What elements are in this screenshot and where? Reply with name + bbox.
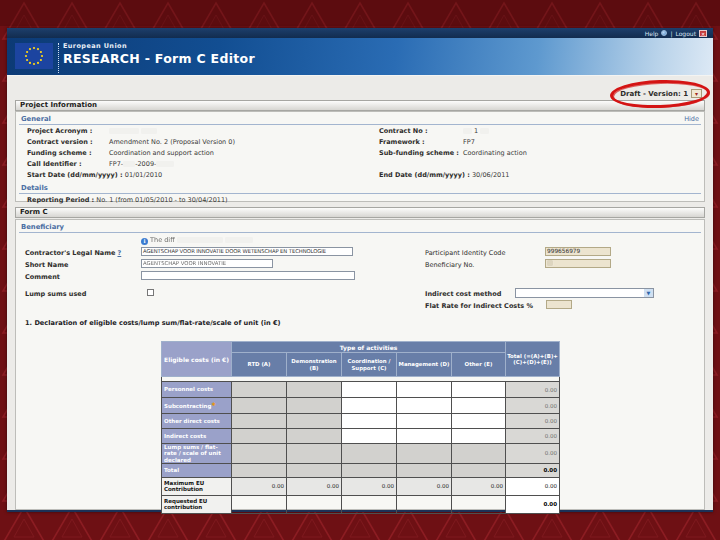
cost-cell-mgmt-input[interactable]	[397, 414, 452, 429]
cost-cell-coord-input[interactable]	[342, 414, 397, 429]
pic-row-label: Participant Identity Code	[425, 249, 505, 257]
short-name-input[interactable]: AGENTSCHAP VOOR INNOVATIE	[141, 259, 273, 268]
cost-cell-disabled	[342, 444, 397, 464]
indirect-method-select[interactable]: ▼	[515, 288, 654, 298]
table-row-other-direct: Other direct costs 0.00	[162, 414, 560, 429]
max-eu-other-value: 0.00	[452, 477, 506, 495]
row-total-value: 0.00	[506, 477, 560, 495]
field-value-fragment: 1	[474, 127, 478, 135]
row-label: Requested EU contribution	[162, 495, 232, 513]
empty-cell	[397, 495, 452, 513]
cost-cell-coord-input[interactable]	[342, 382, 397, 398]
cost-cell-mgmt-input[interactable]	[397, 382, 452, 398]
section-header-project-information: Project Information	[15, 100, 705, 111]
field-contract-version: Contract version :Amendment No. 2 (Propo…	[27, 138, 235, 146]
cost-cell-mgmt-input[interactable]	[397, 398, 452, 414]
field-label: Beneficiary No.	[425, 261, 474, 269]
redacted-value	[141, 128, 157, 134]
flat-rate-row-label: Flat Rate for Indirect Costs %	[425, 302, 533, 310]
table-row-max-eu-contribution: Maximum EU Contribution 0.00 0.00 0.00 0…	[162, 477, 560, 495]
cost-cell-demo-disabled	[287, 414, 342, 429]
cost-cell-coord-input[interactable]	[342, 398, 397, 414]
field-label: Reporting Period :	[27, 196, 94, 204]
table-row-requested-eu-contribution: Requested EU contribution 0.00	[162, 495, 560, 513]
col-header-other: Other (E)	[452, 353, 506, 377]
help-question-icon[interactable]: ?	[117, 249, 121, 257]
cost-cell-other-input[interactable]	[452, 398, 506, 414]
field-label: Funding scheme :	[27, 149, 109, 157]
beneficiary-label: Beneficiary	[21, 223, 64, 231]
legal-name-input[interactable]: AGENTSCHAP VOOR INNOVATIE DOOR WETENSCHA…	[141, 247, 353, 256]
col-header-management: Management (D)	[397, 353, 452, 377]
slide-background: Help | Logout ✕ European Union	[0, 0, 720, 540]
field-contract-no: Contract No : 1	[379, 127, 489, 135]
row-label: Total	[162, 463, 232, 477]
field-value: FP7	[463, 138, 475, 146]
cost-cell-disabled	[287, 463, 342, 477]
table-row-lump-sums: Lump sums / flat-rate / scale of unit de…	[162, 444, 560, 464]
cost-cell-demo-disabled	[287, 398, 342, 414]
field-value: 30/06/2011	[472, 171, 509, 179]
select-arrow-icon[interactable]: ▼	[644, 289, 653, 297]
cost-cell-disabled	[397, 444, 452, 464]
warning-icon: ✱	[211, 401, 215, 407]
field-reporting-period: Reporting Period : No. 1 (from 01/05/201…	[27, 196, 228, 204]
field-label: Contract version :	[27, 138, 109, 146]
logout-link[interactable]: Logout	[675, 30, 696, 37]
cost-cell-rtd-disabled	[232, 382, 287, 398]
cost-cell-other-input[interactable]	[452, 414, 506, 429]
cost-cell-disabled	[232, 444, 287, 464]
max-eu-rtd-value: 0.00	[232, 477, 287, 495]
field-value: 01/01/2010	[125, 171, 162, 179]
help-globe-icon	[661, 30, 667, 36]
field-label: Start Date (dd/mm/yyyy) :	[27, 171, 123, 179]
flat-rate-input[interactable]	[546, 300, 572, 309]
redacted-value	[177, 237, 223, 243]
hide-link[interactable]: Hide	[684, 115, 699, 123]
org-label: European Union	[63, 42, 127, 50]
cost-cell-demo-disabled	[287, 429, 342, 444]
cost-cell-disabled	[452, 444, 506, 464]
comment-input[interactable]	[141, 271, 355, 280]
logout-x-icon[interactable]: ✕	[699, 30, 707, 37]
field-value: Amendment No. 2 (Proposal Version 0)	[109, 138, 235, 146]
max-eu-demo-value: 0.00	[287, 477, 342, 495]
cost-cell-other-input[interactable]	[452, 429, 506, 444]
short-name-value: AGENTSCHAP VOOR INNOVATIE	[143, 260, 226, 266]
participant-identity-code-field: 999656979	[545, 247, 611, 256]
col-header-type-of-activities: Type of activities	[232, 342, 506, 353]
form-c-panel: Beneficiary i The diff Contractor's Lega…	[15, 219, 705, 510]
cost-cell-demo-disabled	[287, 382, 342, 398]
col-header-eligible-costs: Eligible costs (in €)	[162, 342, 232, 377]
redacted-value	[156, 161, 174, 167]
empty-cell	[452, 495, 506, 513]
details-label: Details	[21, 184, 48, 192]
field-label: Contract No :	[379, 127, 463, 135]
general-label: General	[21, 115, 51, 123]
topbar-divider: |	[670, 30, 672, 37]
row-total-value: 0.00	[506, 429, 560, 444]
row-total-value: 0.00	[506, 382, 560, 398]
cost-cell-other-input[interactable]	[452, 382, 506, 398]
cost-cell-rtd-disabled	[232, 414, 287, 429]
table-row-indirect: Indirect costs 0.00	[162, 429, 560, 444]
field-project-acronym: Project Acronym :	[27, 127, 157, 135]
page-title: RESEARCH - Form C Editor	[63, 51, 255, 66]
cost-cell-coord-input[interactable]	[342, 429, 397, 444]
help-link[interactable]: Help	[645, 30, 659, 37]
cost-cell-disabled	[342, 463, 397, 477]
field-label: Participant Identity Code	[425, 249, 505, 257]
field-value: Coordinating action	[463, 149, 527, 157]
empty-cell	[287, 495, 342, 513]
cost-cell-disabled	[452, 463, 506, 477]
field-label: Sub-funding scheme :	[379, 149, 463, 157]
declaration-title: 1. Declaration of eligible costs/lump su…	[25, 319, 281, 327]
row-total-value: 0.00	[506, 414, 560, 429]
field-value-mid: -2009-	[135, 160, 156, 168]
row-label: Other direct costs	[162, 414, 232, 429]
beneficiary-rule: Beneficiary	[19, 221, 701, 233]
lump-sums-checkbox[interactable]	[147, 289, 154, 296]
cost-cell-mgmt-input[interactable]	[397, 429, 452, 444]
field-call-identifier: Call Identifier :FP7--2009-	[27, 160, 174, 168]
col-header-demonstration: Demonstration (B)	[287, 353, 342, 377]
